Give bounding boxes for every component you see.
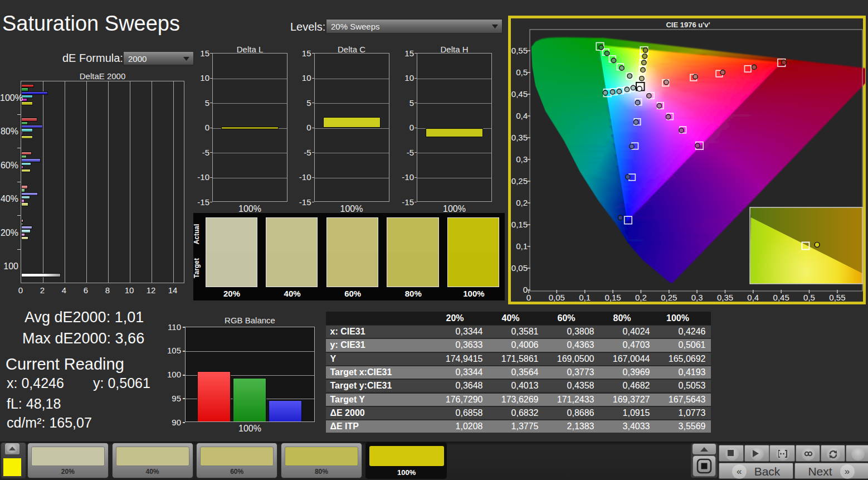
svg-text:0,55: 0,55 [511, 46, 528, 55]
svg-text:0,25: 0,25 [661, 293, 677, 302]
svg-text:0,2: 0,2 [635, 293, 647, 302]
svg-text:0: 0 [523, 285, 528, 294]
svg-text:0,5: 0,5 [516, 67, 528, 77]
svg-text:0,45: 0,45 [773, 293, 789, 302]
svg-text:0,05: 0,05 [511, 263, 528, 273]
svg-text:0,05: 0,05 [549, 293, 565, 302]
svg-text:0,35: 0,35 [717, 293, 733, 302]
svg-text:0,1: 0,1 [516, 241, 528, 251]
svg-text:0,3: 0,3 [691, 293, 703, 302]
svg-text:0,15: 0,15 [604, 293, 621, 302]
svg-text:0,45: 0,45 [511, 89, 528, 99]
svg-text:0,4: 0,4 [747, 293, 759, 302]
svg-text:0,55: 0,55 [829, 293, 845, 302]
svg-text:0,35: 0,35 [511, 133, 528, 142]
svg-text:CIE 1976 u'v': CIE 1976 u'v' [666, 21, 710, 29]
svg-text:0,3: 0,3 [516, 154, 528, 164]
svg-text:0,1: 0,1 [579, 293, 591, 302]
svg-text:0,25: 0,25 [511, 176, 528, 186]
svg-text:0,15: 0,15 [511, 220, 528, 229]
svg-text:0,4: 0,4 [516, 111, 528, 120]
svg-text:0,5: 0,5 [803, 293, 815, 302]
svg-text:0,2: 0,2 [516, 198, 528, 207]
